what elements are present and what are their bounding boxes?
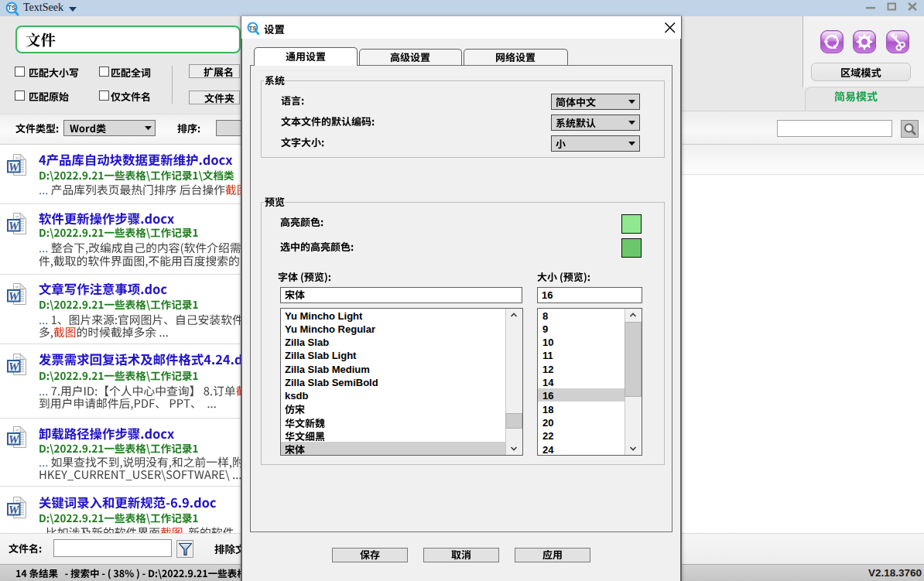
svg-text:W: W [9, 290, 20, 302]
svg-text:W: W [9, 220, 20, 232]
svg-text:W: W [9, 504, 20, 516]
svg-text:TS: TS [8, 4, 16, 12]
svg-text:W: W [9, 161, 20, 173]
svg-text:W: W [9, 361, 20, 373]
svg-text:W: W [9, 433, 20, 446]
svg-text:TS: TS [248, 25, 256, 32]
